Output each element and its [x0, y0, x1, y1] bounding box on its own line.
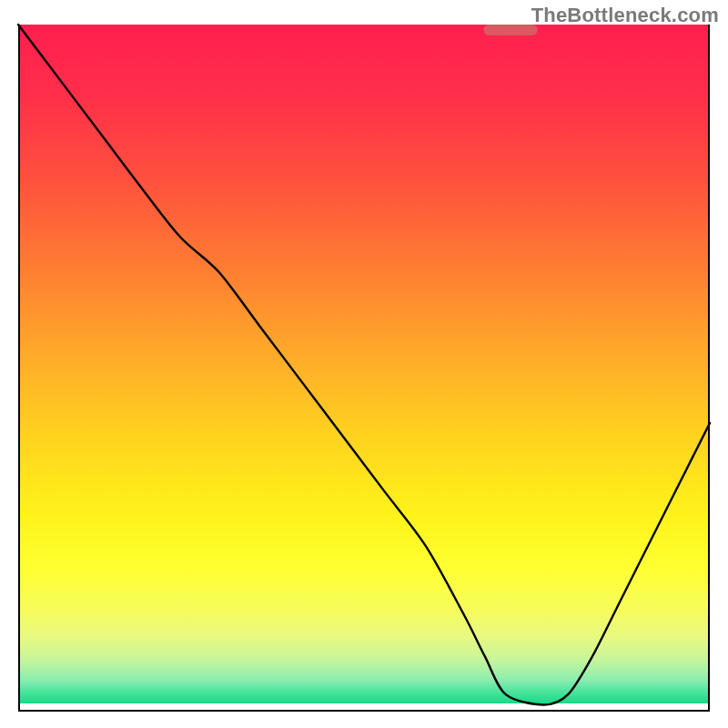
chart-stage: TheBottleneck.com — [0, 0, 728, 728]
bottleneck-plot — [0, 0, 728, 728]
y-axis-right-line — [708, 25, 710, 712]
optimal-marker — [483, 25, 537, 35]
watermark-label: TheBottleneck.com — [531, 4, 719, 27]
x-axis-line — [18, 710, 710, 712]
gradient-background — [18, 25, 710, 703]
y-axis-left-line — [18, 25, 20, 712]
